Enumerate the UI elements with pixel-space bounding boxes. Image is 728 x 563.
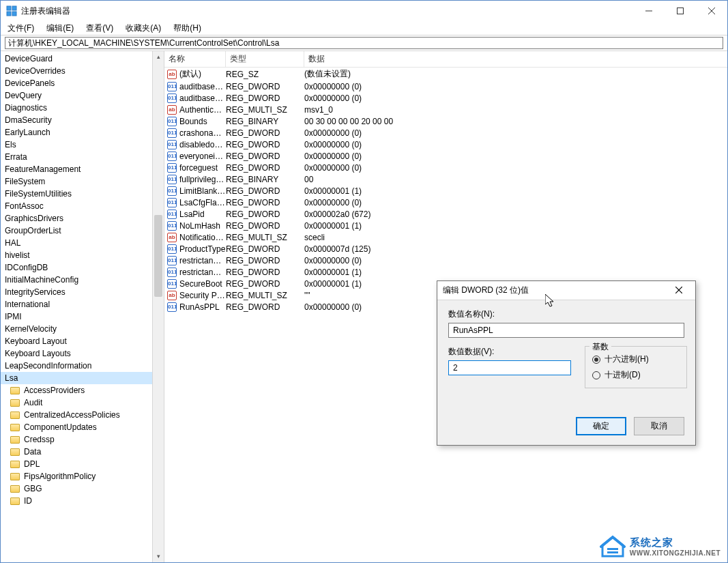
value-row[interactable]: 011ProductTypeREG_DWORD0x0000007d (125) bbox=[164, 244, 727, 255]
value-name: auditbaseobje... bbox=[179, 93, 226, 103]
value-row[interactable]: 011crashonauditfailREG_DWORD0x00000000 (… bbox=[164, 128, 727, 139]
reg-bin-icon: 011 bbox=[167, 279, 177, 289]
menu-favorites[interactable]: 收藏夹(A) bbox=[123, 23, 164, 34]
dialog-body: 数值名称(N): 数值数据(V): 基数 十六进制(H) bbox=[437, 300, 695, 417]
tree-subitem[interactable]: ID bbox=[1, 495, 152, 507]
close-button[interactable] bbox=[696, 1, 727, 21]
tree-list[interactable]: DeviceGuardDeviceOverridesDevicePanelsDe… bbox=[1, 51, 152, 562]
value-name: SecureBoot bbox=[179, 279, 226, 289]
tree-item[interactable]: DevQuery bbox=[1, 89, 152, 102]
cancel-button[interactable]: 取消 bbox=[634, 417, 684, 435]
tree-item[interactable]: Els bbox=[1, 139, 152, 151]
value-row[interactable]: 011BoundsREG_BINARY00 30 00 00 00 20 00 … bbox=[164, 116, 727, 128]
tree-subitem[interactable]: FipsAlgorithmPolicy bbox=[1, 470, 152, 482]
ok-button[interactable]: 确定 bbox=[576, 417, 626, 435]
tree-subitem[interactable]: Credssp bbox=[1, 433, 152, 446]
value-name: everyoneinclud... bbox=[179, 151, 226, 161]
menu-file[interactable]: 文件(F) bbox=[5, 23, 37, 34]
tree-subitem[interactable]: Data bbox=[1, 446, 152, 458]
tree-item[interactable]: IDConfigDB bbox=[1, 261, 152, 274]
tree-item[interactable]: IPMI bbox=[1, 311, 152, 323]
value-row[interactable]: 011LsaCfgFlagsDe...REG_DWORD0x00000000 (… bbox=[164, 197, 727, 209]
tree-item-selected[interactable]: Lsa bbox=[1, 372, 152, 384]
scroll-down-icon[interactable]: ▾ bbox=[153, 551, 164, 562]
menu-edit[interactable]: 编辑(E) bbox=[44, 23, 76, 34]
value-row[interactable]: 011auditbaseobje...REG_DWORD0x00000000 (… bbox=[164, 93, 727, 104]
col-name[interactable]: 名称 bbox=[164, 51, 226, 67]
minimize-button[interactable] bbox=[633, 1, 665, 21]
value-row[interactable]: abAuthentication ...REG_MULTI_SZmsv1_0 bbox=[164, 104, 727, 116]
tree-subitem[interactable]: AccessProviders bbox=[1, 384, 152, 396]
value-data: 0x00000000 (0) bbox=[304, 82, 727, 91]
radio-hex[interactable]: 十六进制(H) bbox=[592, 353, 680, 365]
tree-item[interactable]: hivelist bbox=[1, 249, 152, 261]
address-input[interactable] bbox=[5, 37, 723, 49]
value-type: REG_DWORD bbox=[226, 210, 304, 219]
dialog-close-button[interactable] bbox=[668, 286, 690, 295]
watermark-url: WWW.XITONGZHIJIA.NET bbox=[630, 549, 720, 557]
tree-item[interactable]: GraphicsDrivers bbox=[1, 212, 152, 225]
radio-dec[interactable]: 十进制(D) bbox=[592, 369, 680, 381]
value-row[interactable]: 011everyoneinclud...REG_DWORD0x00000000 … bbox=[164, 151, 727, 162]
value-row[interactable]: ab(默认)REG_SZ(数值未设置) bbox=[164, 68, 727, 81]
tree-item[interactable]: FeatureManagement bbox=[1, 163, 152, 175]
reg-sz-icon: ab bbox=[167, 70, 177, 79]
value-data-field[interactable] bbox=[448, 360, 571, 375]
tree-item[interactable]: HAL bbox=[1, 237, 152, 249]
tree-item[interactable]: FontAssoc bbox=[1, 200, 152, 212]
value-data: scecli bbox=[304, 233, 727, 242]
watermark-title: 系统之家 bbox=[630, 536, 720, 549]
reg-bin-icon: 011 bbox=[167, 117, 177, 126]
tree-item[interactable]: KernelVelocity bbox=[1, 323, 152, 335]
tree-subitem[interactable]: CentralizedAccessPolicies bbox=[1, 409, 152, 421]
tree-item[interactable]: GroupOrderList bbox=[1, 225, 152, 237]
value-row[interactable]: 011forceguestREG_DWORD0x00000000 (0) bbox=[164, 162, 727, 174]
scroll-up-icon[interactable]: ▴ bbox=[153, 51, 164, 63]
tree-item[interactable]: EarlyLaunch bbox=[1, 126, 152, 139]
value-row[interactable]: 011disabledomain...REG_DWORD0x00000000 (… bbox=[164, 139, 727, 151]
reg-bin-icon: 011 bbox=[167, 128, 177, 138]
maximize-button[interactable] bbox=[665, 1, 696, 21]
value-row[interactable]: 011restrictanonym...REG_DWORD0x00000001 … bbox=[164, 267, 727, 278]
value-row[interactable]: abNotification Pa...REG_MULTI_SZscecli bbox=[164, 232, 727, 244]
tree-item[interactable]: LeapSecondInformation bbox=[1, 360, 152, 372]
value-row[interactable]: 011auditbasedirec...REG_DWORD0x00000000 … bbox=[164, 81, 727, 93]
value-type: REG_DWORD bbox=[226, 279, 304, 289]
tree-item[interactable]: DevicePanels bbox=[1, 77, 152, 89]
tree-subitem[interactable]: DPL bbox=[1, 458, 152, 470]
col-type[interactable]: 类型 bbox=[226, 51, 304, 67]
tree-subitem[interactable]: Audit bbox=[1, 396, 152, 409]
folder-icon bbox=[10, 424, 20, 431]
tree-item[interactable]: DeviceGuard bbox=[1, 53, 152, 65]
value-name-field[interactable] bbox=[448, 323, 684, 338]
tree-item[interactable]: IntegrityServices bbox=[1, 286, 152, 298]
menu-help[interactable]: 帮助(H) bbox=[171, 23, 204, 34]
tree-item[interactable]: Keyboard Layouts bbox=[1, 347, 152, 360]
tree-scrollbar[interactable]: ▴ ▾ bbox=[152, 51, 164, 562]
value-type: REG_DWORD bbox=[226, 82, 304, 91]
tree-subitem[interactable]: GBG bbox=[1, 482, 152, 495]
scroll-thumb[interactable] bbox=[154, 215, 162, 297]
value-row[interactable]: 011fullprivilegeau...REG_BINARY00 bbox=[164, 174, 727, 186]
reg-sz-icon: ab bbox=[167, 291, 177, 300]
value-row[interactable]: 011LsaPidREG_DWORD0x000002a0 (672) bbox=[164, 209, 727, 220]
tree-item[interactable]: FileSystem bbox=[1, 175, 152, 188]
tree-item[interactable]: International bbox=[1, 298, 152, 311]
tree-item[interactable]: Diagnostics bbox=[1, 102, 152, 114]
values-header: 名称 类型 数据 bbox=[164, 51, 727, 68]
tree-item[interactable]: FileSystemUtilities bbox=[1, 188, 152, 200]
tree-item[interactable]: InitialMachineConfig bbox=[1, 274, 152, 286]
tree-item[interactable]: Keyboard Layout bbox=[1, 335, 152, 347]
tree-item[interactable]: DeviceOverrides bbox=[1, 65, 152, 77]
reg-bin-icon: 011 bbox=[167, 151, 177, 161]
radio-dec-icon bbox=[592, 371, 600, 379]
value-row[interactable]: 011NoLmHashREG_DWORD0x00000001 (1) bbox=[164, 220, 727, 232]
value-row[interactable]: 011LimitBlankPass...REG_DWORD0x00000001 … bbox=[164, 186, 727, 197]
col-data[interactable]: 数据 bbox=[304, 51, 727, 67]
menu-view[interactable]: 查看(V) bbox=[83, 23, 116, 34]
value-row[interactable]: 011restrictanonym...REG_DWORD0x00000000 … bbox=[164, 255, 727, 267]
tree-item[interactable]: DmaSecurity bbox=[1, 114, 152, 126]
tree-subitem[interactable]: ComponentUpdates bbox=[1, 421, 152, 433]
tree-item[interactable]: Errata bbox=[1, 151, 152, 163]
folder-icon bbox=[10, 485, 20, 493]
